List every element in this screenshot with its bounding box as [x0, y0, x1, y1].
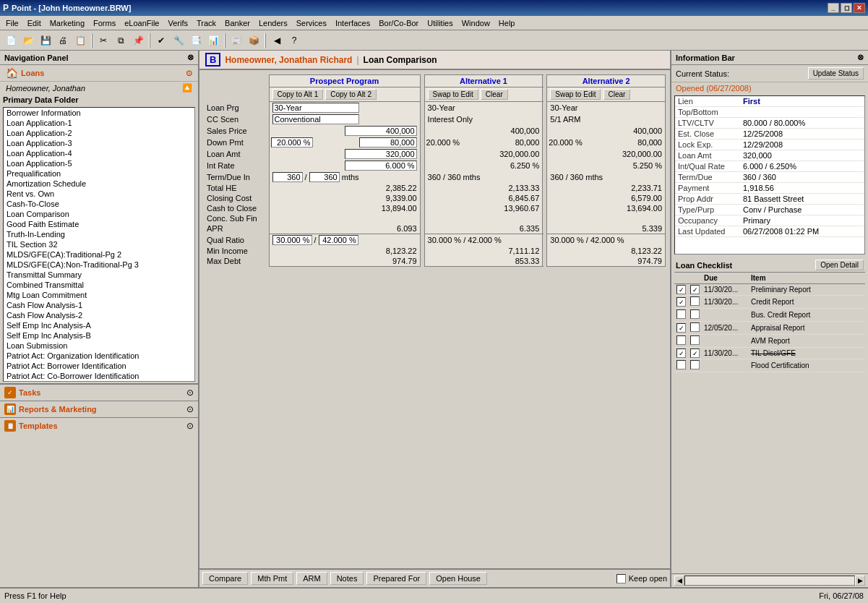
menu-marketing[interactable]: Marketing	[46, 17, 89, 29]
prospect-down-pmt-value-input[interactable]	[359, 137, 417, 147]
nav-item-mlds-nontrad[interactable]: MLDS/GFE(CA):Non-Traditional-Pg 3	[4, 260, 194, 270]
nav-item-loan-comparison[interactable]: Loan Comparison	[4, 209, 194, 219]
check2-5-box[interactable]: ✓	[690, 348, 700, 358]
nav-item-cashflow-2[interactable]: Cash Flow Analysis-2	[4, 310, 194, 320]
toolbar-new[interactable]: 📄	[3, 33, 19, 48]
nav-borrower-subsection[interactable]: Homeowner, Jonathan 🔼	[0, 81, 198, 94]
menu-bor-co-bor[interactable]: Bor/Co-Bor	[374, 17, 423, 29]
check2-0[interactable]: ✓	[688, 284, 702, 296]
nav-item-loan-submission[interactable]: Loan Submission	[4, 341, 194, 351]
check1-4[interactable]	[674, 335, 688, 348]
check2-4[interactable]	[688, 335, 702, 348]
nav-items-list[interactable]: Borrower Information Loan Application-1 …	[3, 107, 195, 382]
nav-item-loan-app-1[interactable]: Loan Application-1	[4, 118, 194, 128]
toolbar-open[interactable]: 📂	[20, 33, 36, 48]
nav-tasks-section[interactable]: ✓ Tasks ⊙	[0, 384, 198, 401]
toolbar-btn12[interactable]: 📊	[205, 33, 221, 48]
toolbar-btn14[interactable]: 📦	[246, 33, 262, 48]
nav-item-patriot-cobor[interactable]: Patriot Act: Co-Borrower Identification	[4, 371, 194, 381]
copy-to-alt1-button[interactable]: Copy to Alt 1	[272, 89, 324, 100]
toolbar-btn9[interactable]: ✔	[153, 33, 169, 48]
update-status-button[interactable]: Update Status	[808, 67, 864, 80]
nav-item-self-emp-a[interactable]: Self Emp Inc Analysis-A	[4, 320, 194, 330]
nav-reports-section[interactable]: 📊 Reports & Marketing ⊙	[0, 401, 198, 417]
check1-4-box[interactable]	[676, 335, 686, 345]
check1-2[interactable]	[674, 309, 688, 322]
nav-templates-section[interactable]: 📋 Templates ⊙	[0, 417, 198, 434]
nav-item-loan-app-4[interactable]: Loan Application-4	[4, 148, 194, 158]
toolbar-paste[interactable]: 📌	[130, 33, 146, 48]
prospect-sales-price-input[interactable]	[345, 126, 417, 136]
copy-to-alt2-button[interactable]: Copy to Alt 2	[325, 89, 377, 100]
prospect-down-pmt-pct-input[interactable]	[271, 137, 313, 147]
menu-interfaces[interactable]: Interfaces	[331, 17, 374, 29]
nav-item-mlds-trad[interactable]: MLDS/GFE(CA):Traditional-Pg 2	[4, 249, 194, 260]
menu-window[interactable]: Window	[457, 17, 494, 29]
menu-track[interactable]: Track	[192, 17, 220, 29]
check2-2-box[interactable]	[690, 309, 700, 319]
nav-item-req-appraisal[interactable]: Request for Appraisal	[4, 381, 194, 382]
menu-edit[interactable]: Edit	[23, 17, 46, 29]
close-button[interactable]: ✕	[854, 3, 865, 13]
scroll-left-button[interactable]: ◀	[674, 576, 684, 586]
toolbar-copy[interactable]: ⧉	[113, 33, 129, 48]
menu-eloanfile[interactable]: eLoanFile	[120, 17, 163, 29]
check2-0-box[interactable]: ✓	[690, 285, 700, 294]
nav-panel-close-icon[interactable]: ⊗	[187, 53, 194, 62]
open-detail-button[interactable]: Open Detail	[815, 260, 864, 270]
check2-5[interactable]: ✓	[688, 348, 702, 359]
check1-1[interactable]: ✓	[674, 296, 688, 309]
nav-item-rent-vs-own[interactable]: Rent vs. Own	[4, 189, 194, 199]
menu-utilities[interactable]: Utilities	[423, 17, 457, 29]
check1-1-box[interactable]: ✓	[676, 297, 686, 307]
check2-3-box[interactable]	[690, 322, 700, 332]
prospect-term-right-input[interactable]	[309, 172, 340, 182]
scroll-right-button[interactable]: ▶	[855, 576, 865, 586]
check2-6[interactable]	[688, 359, 702, 372]
nav-item-cashflow-1[interactable]: Cash Flow Analysis-1	[4, 300, 194, 310]
menu-lenders[interactable]: Lenders	[254, 17, 292, 29]
alt1-clear-button[interactable]: Clear	[481, 89, 508, 100]
menu-file[interactable]: File	[1, 17, 23, 29]
compare-tab[interactable]: Compare	[202, 572, 248, 585]
menu-services[interactable]: Services	[292, 17, 331, 29]
check1-5-box[interactable]: ✓	[676, 348, 686, 358]
nav-item-cash-to-close[interactable]: Cash-To-Close	[4, 199, 194, 209]
nav-loans-header[interactable]: 🏠 Loans ⊙	[0, 65, 198, 81]
menu-help[interactable]: Help	[494, 17, 520, 29]
prospect-loan-prg-input[interactable]	[272, 103, 359, 113]
nav-item-self-emp-b[interactable]: Self Emp Inc Analysis-B	[4, 330, 194, 341]
horizontal-scrollbar[interactable]	[684, 576, 855, 586]
nav-item-loan-app-3[interactable]: Loan Application-3	[4, 138, 194, 148]
alt2-swap-to-edit-button[interactable]: Swap to Edit	[550, 89, 601, 100]
nav-item-til[interactable]: Truth-In-Lending	[4, 229, 194, 239]
nav-item-til-32[interactable]: TIL Section 32	[4, 239, 194, 249]
check2-4-box[interactable]	[690, 335, 700, 345]
toolbar-cut[interactable]: ✂	[95, 33, 111, 48]
check2-1[interactable]	[688, 296, 702, 309]
toolbar-btn5[interactable]: 📋	[72, 33, 88, 48]
nav-item-loan-app-2[interactable]: Loan Application-2	[4, 128, 194, 138]
toolbar-back[interactable]: ◀	[269, 33, 285, 48]
nav-item-amortization[interactable]: Amortization Schedule	[4, 179, 194, 189]
alt1-swap-to-edit-button[interactable]: Swap to Edit	[428, 89, 478, 100]
toolbar-btn10[interactable]: 🔧	[171, 33, 186, 48]
nav-item-gfe[interactable]: Good Faith Estimate	[4, 219, 194, 229]
arm-tab[interactable]: ARM	[296, 572, 327, 585]
check1-6-box[interactable]	[676, 360, 686, 369]
check1-5[interactable]: ✓	[674, 348, 688, 359]
nav-item-prequalification[interactable]: Prequalification	[4, 168, 194, 179]
toolbar-print[interactable]: 🖨	[55, 33, 71, 48]
restore-button[interactable]: ◻	[841, 3, 852, 13]
prospect-loan-amt-input[interactable]	[345, 149, 417, 159]
open-house-tab[interactable]: Open House	[429, 572, 487, 585]
notes-tab[interactable]: Notes	[330, 572, 364, 585]
check2-1-box[interactable]	[690, 296, 700, 306]
prospect-cc-scen-input[interactable]	[272, 114, 359, 124]
nav-item-mtg-commitment[interactable]: Mtg Loan Commitment	[4, 290, 194, 300]
menu-banker[interactable]: Banker	[220, 17, 254, 29]
check1-6[interactable]	[674, 359, 688, 372]
menu-forms[interactable]: Forms	[89, 17, 120, 29]
nav-item-loan-app-5[interactable]: Loan Application-5	[4, 158, 194, 168]
prospect-term-left-input[interactable]	[272, 172, 303, 182]
